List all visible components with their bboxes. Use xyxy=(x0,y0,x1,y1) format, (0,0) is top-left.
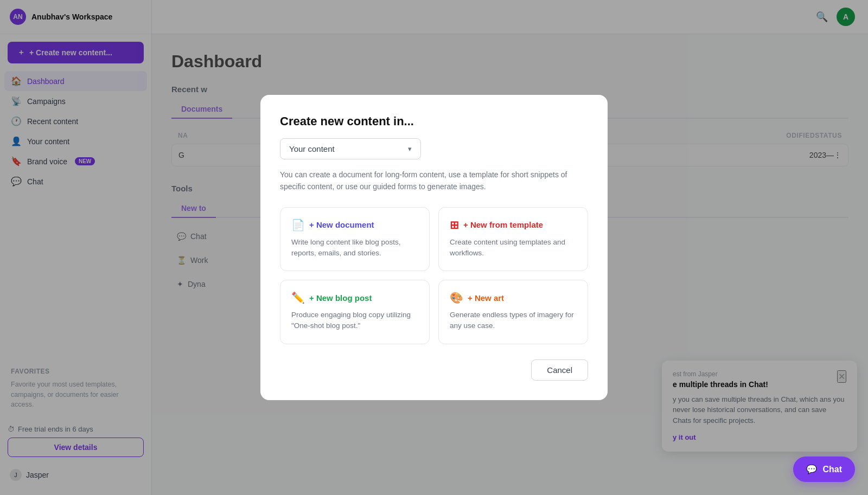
modal: Create new content in... Your content ▾ … xyxy=(260,95,608,400)
modal-title: Create new content in... xyxy=(280,114,588,128)
chat-bubble-button[interactable]: 💬 Chat xyxy=(793,457,855,482)
chat-bubble-icon: 💬 xyxy=(806,464,817,474)
dropdown-label: Your content xyxy=(289,144,335,153)
chat-bubble-label: Chat xyxy=(822,465,842,474)
new-blog-title: ✏️ + New blog post xyxy=(291,291,418,304)
template-icon: ⊞ xyxy=(450,218,459,232)
new-art-title: 🎨 + New art xyxy=(450,291,577,304)
modal-description: You can create a document for long-form … xyxy=(280,169,588,192)
new-blog-card[interactable]: ✏️ + New blog post Produce engaging blog… xyxy=(280,280,430,344)
chevron-down-icon: ▾ xyxy=(408,145,412,153)
art-icon: 🎨 xyxy=(450,291,463,304)
new-template-title: ⊞ + New from template xyxy=(450,218,577,232)
new-art-desc: Generate endless types of imagery for an… xyxy=(450,310,577,332)
new-document-desc: Write long content like blog posts, repo… xyxy=(291,237,418,259)
modal-overlay[interactable]: Create new content in... Your content ▾ … xyxy=(0,0,868,495)
content-location-dropdown[interactable]: Your content ▾ xyxy=(280,138,421,159)
new-art-card[interactable]: 🎨 + New art Generate endless types of im… xyxy=(438,280,588,344)
new-document-title: 📄 + New document xyxy=(291,218,418,232)
new-template-card[interactable]: ⊞ + New from template Create content usi… xyxy=(438,207,588,272)
modal-footer: Cancel xyxy=(280,359,588,381)
new-document-card[interactable]: 📄 + New document Write long content like… xyxy=(280,207,430,272)
cancel-button[interactable]: Cancel xyxy=(531,359,588,381)
content-type-cards: 📄 + New document Write long content like… xyxy=(280,207,588,344)
new-blog-desc: Produce engaging blog copy utilizing "On… xyxy=(291,310,418,332)
document-icon: 📄 xyxy=(291,218,305,232)
blog-icon: ✏️ xyxy=(291,291,305,304)
new-template-desc: Create content using templates and workf… xyxy=(450,237,577,259)
